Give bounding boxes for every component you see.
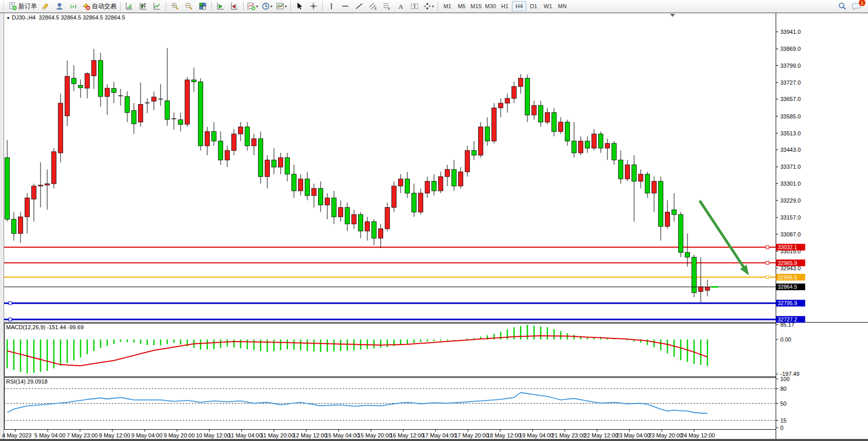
horizontal-line-button[interactable] [339, 1, 352, 12]
candle-up [499, 103, 503, 108]
candle-up [625, 165, 630, 179]
candlestick-chart-button[interactable] [136, 1, 150, 12]
candle-down [332, 198, 337, 217]
fibonacci-button[interactable]: F [380, 1, 393, 12]
svg-text:33032.1: 33032.1 [778, 244, 797, 250]
toolbar-separator [243, 2, 244, 11]
tile-windows-button[interactable] [196, 1, 209, 12]
price-chart[interactable]: 33941.033869.033799.033727.033657.033585… [0, 13, 868, 439]
new-order-icon [9, 2, 17, 10]
timeframe-MN[interactable]: MN [555, 1, 569, 11]
arrows-button[interactable]: ▾ [422, 1, 436, 12]
candle-down [452, 169, 457, 186]
svg-text:19 May 04:00: 19 May 04:00 [519, 432, 554, 438]
candle-up [225, 151, 230, 160]
svg-text:85.17: 85.17 [780, 322, 795, 328]
cursor-button[interactable] [293, 1, 306, 12]
candle-up [665, 212, 670, 227]
vertical-line-button[interactable] [325, 1, 338, 12]
text-label-icon: T [410, 2, 419, 10]
svg-text:23 May 20:00: 23 May 20:00 [648, 432, 683, 438]
toolbar-separator [120, 2, 121, 11]
candle-down [599, 134, 603, 148]
svg-text:50: 50 [780, 400, 786, 407]
svg-text:4 May 2023: 4 May 2023 [2, 432, 31, 438]
toolbar-separator [438, 2, 438, 11]
candle-up [639, 174, 643, 182]
text-button[interactable]: A [394, 1, 407, 12]
candle-up [699, 287, 703, 291]
auto-scroll-button[interactable] [214, 1, 227, 12]
zoom-out-button[interactable] [182, 1, 195, 12]
toolbar-grip[interactable] [3, 2, 5, 10]
timeframe-M15[interactable]: M15 [469, 1, 483, 11]
candle-down [572, 141, 577, 153]
candle-down [585, 141, 590, 148]
candle-down [472, 151, 477, 155]
indicators-icon [247, 2, 255, 10]
timeframe-M30[interactable]: M30 [483, 1, 498, 11]
community-button[interactable] [53, 1, 66, 12]
svg-text:33799.0: 33799.0 [780, 63, 801, 69]
auto-trading-icon [82, 2, 90, 10]
svg-text:33157.0: 33157.0 [780, 214, 801, 221]
candle-up [519, 78, 523, 87]
svg-text:33869.0: 33869.0 [780, 46, 801, 52]
bar-chart-button[interactable] [123, 1, 136, 12]
text-label-button[interactable]: T [408, 1, 421, 12]
new-order-button[interactable]: 新订单 [7, 1, 38, 12]
timeframe-M5[interactable]: M5 [455, 1, 469, 11]
candle-down [565, 122, 570, 141]
crosshair-button[interactable] [307, 1, 320, 12]
line-handle [766, 276, 769, 279]
candle-up [605, 144, 610, 148]
line-handle [9, 318, 12, 321]
periods-button[interactable]: ▾ [260, 1, 274, 12]
candle-up [579, 141, 583, 153]
timeframe-H4[interactable]: H4 [512, 1, 526, 11]
timeframe-H1[interactable]: H1 [498, 1, 512, 11]
candle-up [652, 182, 657, 193]
chevron-down-icon: ▾ [256, 4, 258, 9]
candle-up [152, 97, 156, 101]
candle-down [612, 144, 617, 160]
svg-text:33727.0: 33727.0 [780, 79, 801, 86]
trendline-icon [355, 2, 363, 10]
svg-text:F: F [388, 7, 390, 11]
templates-button[interactable]: ▾ [274, 1, 288, 12]
candle-down [192, 80, 196, 82]
chevron-down-icon: ▾ [270, 4, 272, 9]
styler-icon [42, 2, 50, 10]
svg-text:16 May 12:00: 16 May 12:00 [390, 432, 424, 438]
candle-down [319, 188, 323, 205]
auto-trading-button[interactable]: 自动交易 [81, 1, 118, 12]
chat-button[interactable]: 1 [850, 1, 863, 12]
candle-down [679, 214, 683, 252]
zoom-in-button[interactable] [168, 1, 182, 12]
periods-icon [262, 2, 270, 10]
cursor-icon [295, 2, 304, 10]
signal-icon [69, 2, 77, 10]
timeframe-W1[interactable]: W1 [541, 1, 555, 11]
search-button[interactable] [836, 1, 849, 12]
signal-button[interactable] [67, 1, 80, 12]
candle-down [199, 82, 203, 146]
candle-up [65, 76, 70, 116]
window-left-edge [0, 13, 4, 439]
styler-button[interactable] [39, 1, 52, 12]
svg-text:15 May 20:00: 15 May 20:00 [358, 432, 392, 438]
line-chart-button[interactable] [150, 1, 164, 12]
candle-up [439, 176, 443, 191]
indicators-button[interactable]: ▾ [246, 1, 260, 12]
channel-button[interactable]: E [366, 1, 380, 12]
chart-window[interactable]: 33941.033869.033799.033727.033657.033585… [0, 13, 868, 439]
chart-shift-button[interactable] [228, 1, 241, 12]
trendline-button[interactable] [352, 1, 366, 12]
timeframe-M1[interactable]: M1 [440, 1, 455, 11]
candle-up [505, 98, 510, 103]
candle-up [559, 122, 563, 131]
timeframe-D1[interactable]: D1 [526, 1, 541, 11]
candle-down [525, 78, 530, 115]
channel-icon: E [369, 2, 377, 10]
candle-up [425, 182, 430, 193]
